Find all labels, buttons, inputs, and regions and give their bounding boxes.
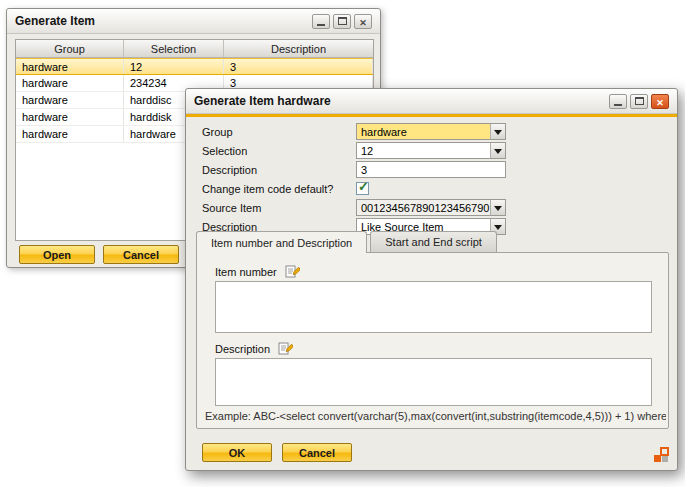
minimize-button[interactable] <box>312 14 330 29</box>
tab-item-number-and-description[interactable]: Item number and Description <box>196 231 367 253</box>
example-hint-text: Example: ABC-<select convert(varchar(5),… <box>205 410 666 422</box>
minimize-icon <box>614 104 622 106</box>
item-number-section-label: Item number <box>215 264 300 279</box>
minimize-button[interactable] <box>609 94 627 109</box>
source-item-value: 00123456789012345679012345 <box>357 200 490 215</box>
selection-dropdown[interactable]: 12 <box>356 142 506 159</box>
cell-group: hardware <box>16 59 124 74</box>
maximize-button[interactable] <box>630 94 648 109</box>
cancel-button[interactable]: Cancel <box>282 443 352 462</box>
cell-group: hardware <box>16 75 124 91</box>
column-header-selection[interactable]: Selection <box>124 40 224 57</box>
cell-description: 3 <box>224 59 373 74</box>
front-window-controls <box>609 94 669 109</box>
minimize-icon <box>317 24 325 26</box>
source-item-dropdown[interactable]: 00123456789012345679012345 <box>356 199 506 216</box>
chevron-down-icon[interactable] <box>490 200 505 215</box>
back-window-titlebar[interactable]: Generate Item <box>7 9 380 34</box>
description-label: Description <box>215 343 270 355</box>
change-item-code-checkbox[interactable] <box>356 182 369 195</box>
description-input[interactable] <box>356 161 506 178</box>
edit-icon[interactable] <box>278 341 293 356</box>
back-window-title: Generate Item <box>15 14 95 28</box>
column-header-description[interactable]: Description <box>224 40 373 57</box>
description-textarea[interactable] <box>215 358 652 406</box>
group-value: hardware <box>357 124 490 139</box>
close-button[interactable] <box>651 94 669 109</box>
front-window-title: Generate Item hardware <box>194 94 331 108</box>
item-number-label: Item number <box>215 266 277 278</box>
cell-selection: 12 <box>124 59 224 74</box>
edit-icon[interactable] <box>285 264 300 279</box>
table-header-row: Group Selection Description <box>16 40 373 58</box>
description-section-label: Description <box>215 341 293 356</box>
back-window-controls <box>312 14 372 29</box>
chevron-down-icon[interactable] <box>490 143 505 158</box>
generate-item-hardware-window: Generate Item hardware Group hardware Se… <box>185 88 678 471</box>
front-window-titlebar[interactable]: Generate Item hardware <box>186 89 677 114</box>
source-item-label: Source Item <box>202 199 261 216</box>
cell-group: hardware <box>16 126 124 142</box>
item-number-description-panel: Item number Description <box>196 252 669 429</box>
description-label: Description <box>202 161 257 178</box>
item-number-textarea[interactable] <box>215 281 652 333</box>
chevron-down-icon[interactable] <box>490 124 505 139</box>
cancel-button[interactable]: Cancel <box>103 245 179 264</box>
titlebar-accent-stripe <box>186 114 677 117</box>
selection-value: 12 <box>357 143 490 158</box>
close-icon <box>359 12 367 30</box>
column-header-group[interactable]: Group <box>16 40 124 57</box>
cell-group: hardware <box>16 109 124 125</box>
resize-grip-icon[interactable] <box>653 447 669 463</box>
close-button[interactable] <box>354 14 372 29</box>
ok-button[interactable]: OK <box>202 443 272 462</box>
open-button[interactable]: Open <box>19 245 95 264</box>
change-item-code-label: Change item code default? <box>202 180 333 197</box>
tab-start-and-end-script[interactable]: Start and End script <box>370 231 497 252</box>
close-icon <box>656 92 664 110</box>
tab-strip: Item number and Description Start and En… <box>196 231 500 252</box>
group-dropdown[interactable]: hardware <box>356 123 506 140</box>
maximize-icon <box>635 97 644 105</box>
maximize-icon <box>338 17 347 25</box>
cell-group: hardware <box>16 92 124 108</box>
desktop: Generate Item Group Selection Descriptio… <box>0 0 685 487</box>
group-label: Group <box>202 123 233 140</box>
maximize-button[interactable] <box>333 14 351 29</box>
table-row[interactable]: hardware 12 3 <box>16 58 373 75</box>
selection-label: Selection <box>202 142 247 159</box>
